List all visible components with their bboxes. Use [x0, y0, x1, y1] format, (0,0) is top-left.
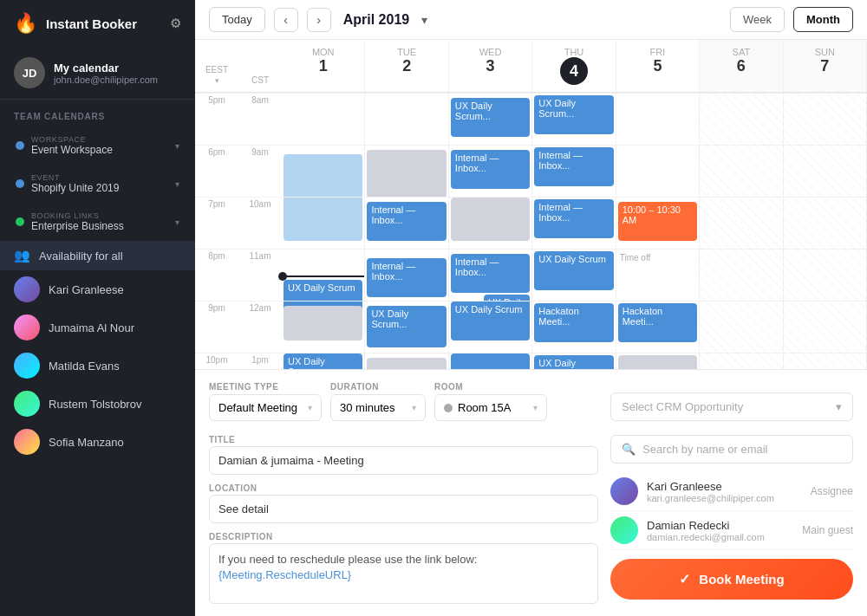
user-section: JD My calendar john.doe@chilipiper.com — [0, 47, 195, 100]
gear-icon[interactable]: ⚙ — [170, 16, 181, 31]
day-col-thu: UX Daily Scrum... Internal — Inbox... In… — [532, 93, 616, 369]
availability-label: Availability for all — [39, 250, 123, 263]
event-tue-5[interactable] — [367, 358, 446, 369]
workspace-dot — [16, 141, 24, 150]
workspace-name: Event Workspace — [31, 144, 113, 156]
month-dropdown-icon[interactable]: ▾ — [421, 13, 427, 27]
description-field-group: DESCRIPTION If you need to reschedule pl… — [209, 532, 598, 604]
event-mon-4[interactable] — [284, 306, 362, 340]
event-thu-6[interactable]: UX Daily Scrum... — [534, 355, 613, 369]
event-fri-3[interactable] — [618, 355, 697, 369]
workspace-item[interactable]: WORKSPACE Event Workspace ▾ — [9, 130, 186, 161]
member-name-kari: Kari Granleese — [49, 283, 124, 296]
meeting-type-label: MEETING TYPE — [209, 382, 322, 392]
event-dot — [16, 179, 24, 188]
event-tue-3[interactable]: Internal — Inbox... — [367, 258, 446, 297]
bottom-form: TITLE LOCATION DESCRIPTION If you need t… — [209, 435, 853, 604]
month-view-button[interactable]: Month — [793, 7, 853, 32]
crm-select[interactable]: Select CRM Opportunity ▾ — [610, 392, 853, 421]
booking-group: BOOKING LINKS Enterprise Business ▾ — [0, 203, 195, 241]
sidebar-header: 🔥 Instant Booker ⚙ — [0, 0, 195, 47]
event-thu-5[interactable]: Hackaton Meeti... — [534, 303, 613, 342]
workspace-group: WORKSPACE Event Workspace ▾ — [0, 126, 195, 165]
prev-button[interactable]: ‹ — [274, 8, 298, 32]
attendee-search[interactable]: 🔍 Search by name or email — [610, 435, 853, 464]
event-tue-2[interactable]: Internal — Inbox... — [367, 202, 446, 241]
today-button[interactable]: Today — [209, 7, 265, 32]
reschedule-link[interactable]: {Meeting.RescheduleURL} — [218, 568, 589, 581]
tz1-header: EEST ▾ — [195, 40, 238, 92]
bottom-panel: MEETING TYPE Default Meeting ▾ DURATION … — [195, 369, 867, 616]
event-thu-2[interactable]: Internal — Inbox... — [534, 147, 613, 186]
selects-row: MEETING TYPE Default Meeting ▾ DURATION … — [209, 382, 853, 421]
availability-nav-item[interactable]: 👥 Availability for all — [0, 241, 195, 270]
event-tue-1[interactable] — [367, 150, 446, 198]
room-wrap: ROOM Room 15A ▾ — [434, 382, 547, 421]
description-text: If you need to reschedule please use the… — [218, 551, 589, 568]
description-label: DESCRIPTION — [209, 532, 598, 541]
event-wed-4[interactable]: Internal — Inbox... — [451, 254, 530, 293]
week-view-button[interactable]: Week — [730, 7, 785, 32]
event-fri-1[interactable]: 10:00 – 10:30 AM — [618, 202, 697, 241]
event-mon-2[interactable] — [284, 198, 362, 241]
time-off-label: Time off — [620, 253, 651, 263]
booking-chevron: ▾ — [175, 217, 179, 227]
room-select[interactable]: Room 15A ▾ — [434, 394, 547, 421]
event-wed-6[interactable]: UX Daily Scrum — [451, 302, 530, 340]
location-input[interactable] — [209, 495, 598, 523]
booking-item[interactable]: BOOKING LINKS Enterprise Business ▾ — [9, 206, 186, 237]
book-meeting-button[interactable]: ✓ Book Meeting — [610, 559, 853, 600]
availability-icon: 👥 — [14, 248, 30, 263]
event-sublabel: EVENT — [31, 173, 119, 182]
member-kari[interactable]: Kari Granleese — [0, 270, 195, 308]
event-mon-5[interactable]: UX Daily Scrum... — [284, 353, 362, 369]
calendar-scroll[interactable]: 5pm 6pm 7pm 8pm 9pm 10pm 8am 9am 10am 11… — [195, 93, 867, 369]
attendee-name-kari: Kari Granleese — [647, 480, 802, 493]
day-header-tue: Tue 2 — [365, 40, 448, 92]
next-button[interactable]: › — [307, 8, 331, 32]
tz2-header: CST — [238, 40, 282, 92]
logo-icon: 🔥 — [14, 12, 37, 35]
event-wed-7[interactable] — [451, 353, 530, 369]
book-label: Book Meeting — [699, 572, 784, 587]
attendee-email-damian: damian.redecki@gmail.com — [647, 532, 793, 542]
event-wed-1[interactable]: UX Daily Scrum... — [451, 98, 530, 137]
member-name-sofia: Sofia Manzano — [49, 436, 124, 449]
event-wed-3[interactable] — [451, 198, 530, 241]
day-col-sun — [784, 93, 867, 369]
member-rustem[interactable]: Rustem Tolstobrov — [0, 385, 195, 423]
duration-value: 30 minutes — [340, 401, 395, 414]
team-calendars-label: Team Calendars — [0, 100, 195, 126]
workspace-sublabel: WORKSPACE — [31, 135, 113, 144]
event-wed-2[interactable]: Internal — Inbox... — [451, 150, 530, 189]
event-thu-4[interactable]: UX Daily Scrum — [534, 251, 613, 290]
day-headers: EEST ▾ CST Mon 1 Tue 2 Wed 3 Thu 4 Fri — [195, 40, 867, 93]
event-thu-3[interactable]: Internal — Inbox... — [534, 199, 613, 238]
event-tue-4[interactable]: UX Daily Scrum... — [367, 306, 446, 347]
crm-placeholder: Select CRM Opportunity — [622, 400, 743, 413]
meeting-type-wrap: MEETING TYPE Default Meeting ▾ — [209, 382, 322, 421]
attendee-email-kari: kari.granleese@chilipiper.com — [647, 493, 802, 503]
day-header-mon: Mon 1 — [282, 40, 365, 92]
title-input[interactable] — [209, 446, 598, 475]
user-avatar-initials: JD — [23, 67, 37, 80]
day-header-sun: Sun 7 — [784, 40, 867, 92]
location-label: LOCATION — [209, 483, 598, 493]
description-container: If you need to reschedule please use the… — [209, 543, 598, 604]
duration-select[interactable]: 30 minutes ▾ — [330, 394, 426, 421]
meeting-type-select[interactable]: Default Meeting ▾ — [209, 394, 322, 421]
sidebar: 🔥 Instant Booker ⚙ JD My calendar john.d… — [0, 0, 195, 616]
event-thu-1[interactable]: UX Daily Scrum... — [534, 95, 613, 134]
day-header-fri: Fri 5 — [616, 40, 700, 92]
member-avatar-jumaima — [14, 314, 40, 340]
event-item[interactable]: EVENT Shopify Unite 2019 ▾ — [9, 168, 186, 199]
day-col-mon: UX Daily Scrum UX Daily Scrum... — [282, 93, 365, 369]
event-fri-2[interactable]: Hackaton Meeti... — [618, 303, 697, 342]
member-jumaima[interactable]: Jumaima Al Nour — [0, 308, 195, 347]
day-col-tue: Internal — Inbox... Internal — Inbox... … — [365, 93, 448, 369]
meeting-type-value: Default Meeting — [218, 401, 297, 414]
search-icon: 🔍 — [622, 443, 636, 456]
member-matilda[interactable]: Matilda Evans — [0, 347, 195, 385]
member-sofia[interactable]: Sofia Manzano — [0, 423, 195, 461]
search-placeholder: Search by name or email — [642, 443, 768, 456]
